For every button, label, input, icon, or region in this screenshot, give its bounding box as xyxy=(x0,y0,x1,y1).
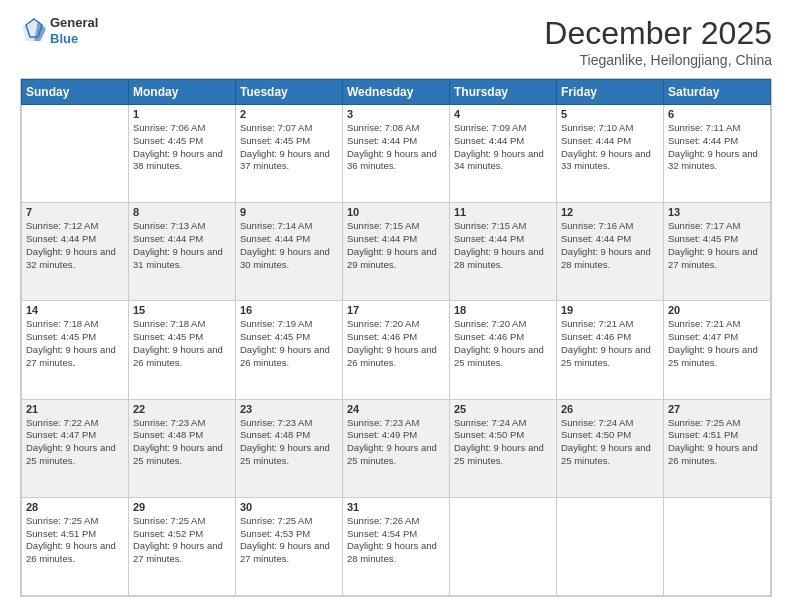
day-number: 4 xyxy=(454,108,552,120)
calendar-cell: 22Sunrise: 7:23 AMSunset: 4:48 PMDayligh… xyxy=(129,399,236,497)
calendar-cell: 2Sunrise: 7:07 AMSunset: 4:45 PMDaylight… xyxy=(236,105,343,203)
day-number: 13 xyxy=(668,206,766,218)
day-number: 8 xyxy=(133,206,231,218)
day-info: Sunrise: 7:10 AMSunset: 4:44 PMDaylight:… xyxy=(561,122,659,173)
day-info: Sunrise: 7:12 AMSunset: 4:44 PMDaylight:… xyxy=(26,220,124,271)
calendar-table: SundayMondayTuesdayWednesdayThursdayFrid… xyxy=(21,79,771,596)
calendar-cell: 16Sunrise: 7:19 AMSunset: 4:45 PMDayligh… xyxy=(236,301,343,399)
day-number: 3 xyxy=(347,108,445,120)
day-number: 12 xyxy=(561,206,659,218)
calendar-cell: 29Sunrise: 7:25 AMSunset: 4:52 PMDayligh… xyxy=(129,497,236,595)
calendar-cell: 12Sunrise: 7:16 AMSunset: 4:44 PMDayligh… xyxy=(557,203,664,301)
day-info: Sunrise: 7:20 AMSunset: 4:46 PMDaylight:… xyxy=(454,318,552,369)
month-title: December 2025 xyxy=(544,15,772,52)
calendar-cell: 10Sunrise: 7:15 AMSunset: 4:44 PMDayligh… xyxy=(343,203,450,301)
calendar-cell: 8Sunrise: 7:13 AMSunset: 4:44 PMDaylight… xyxy=(129,203,236,301)
weekday-header-tuesday: Tuesday xyxy=(236,80,343,105)
calendar-cell: 20Sunrise: 7:21 AMSunset: 4:47 PMDayligh… xyxy=(664,301,771,399)
day-number: 15 xyxy=(133,304,231,316)
calendar-cell: 25Sunrise: 7:24 AMSunset: 4:50 PMDayligh… xyxy=(450,399,557,497)
logo-text: General Blue xyxy=(50,15,98,46)
day-number: 2 xyxy=(240,108,338,120)
day-info: Sunrise: 7:24 AMSunset: 4:50 PMDaylight:… xyxy=(561,417,659,468)
calendar-cell: 14Sunrise: 7:18 AMSunset: 4:45 PMDayligh… xyxy=(22,301,129,399)
day-number: 10 xyxy=(347,206,445,218)
calendar-cell: 26Sunrise: 7:24 AMSunset: 4:50 PMDayligh… xyxy=(557,399,664,497)
calendar-cell: 31Sunrise: 7:26 AMSunset: 4:54 PMDayligh… xyxy=(343,497,450,595)
title-block: December 2025 Tieganlike, Heilongjiang, … xyxy=(544,15,772,68)
calendar-week-3: 14Sunrise: 7:18 AMSunset: 4:45 PMDayligh… xyxy=(22,301,771,399)
day-number: 17 xyxy=(347,304,445,316)
calendar-cell: 13Sunrise: 7:17 AMSunset: 4:45 PMDayligh… xyxy=(664,203,771,301)
day-number: 22 xyxy=(133,403,231,415)
day-info: Sunrise: 7:06 AMSunset: 4:45 PMDaylight:… xyxy=(133,122,231,173)
day-number: 18 xyxy=(454,304,552,316)
calendar-cell: 1Sunrise: 7:06 AMSunset: 4:45 PMDaylight… xyxy=(129,105,236,203)
day-number: 9 xyxy=(240,206,338,218)
calendar-cell xyxy=(557,497,664,595)
day-info: Sunrise: 7:21 AMSunset: 4:46 PMDaylight:… xyxy=(561,318,659,369)
calendar-cell: 4Sunrise: 7:09 AMSunset: 4:44 PMDaylight… xyxy=(450,105,557,203)
day-number: 5 xyxy=(561,108,659,120)
weekday-header-wednesday: Wednesday xyxy=(343,80,450,105)
calendar-cell: 27Sunrise: 7:25 AMSunset: 4:51 PMDayligh… xyxy=(664,399,771,497)
day-info: Sunrise: 7:07 AMSunset: 4:45 PMDaylight:… xyxy=(240,122,338,173)
calendar-cell: 28Sunrise: 7:25 AMSunset: 4:51 PMDayligh… xyxy=(22,497,129,595)
calendar-week-4: 21Sunrise: 7:22 AMSunset: 4:47 PMDayligh… xyxy=(22,399,771,497)
calendar-header: SundayMondayTuesdayWednesdayThursdayFrid… xyxy=(22,80,771,105)
day-info: Sunrise: 7:25 AMSunset: 4:51 PMDaylight:… xyxy=(668,417,766,468)
day-info: Sunrise: 7:22 AMSunset: 4:47 PMDaylight:… xyxy=(26,417,124,468)
day-info: Sunrise: 7:18 AMSunset: 4:45 PMDaylight:… xyxy=(133,318,231,369)
calendar-cell: 23Sunrise: 7:23 AMSunset: 4:48 PMDayligh… xyxy=(236,399,343,497)
calendar-cell xyxy=(22,105,129,203)
day-number: 29 xyxy=(133,501,231,513)
day-info: Sunrise: 7:15 AMSunset: 4:44 PMDaylight:… xyxy=(347,220,445,271)
day-info: Sunrise: 7:16 AMSunset: 4:44 PMDaylight:… xyxy=(561,220,659,271)
calendar-container: SundayMondayTuesdayWednesdayThursdayFrid… xyxy=(20,78,772,597)
weekday-header-sunday: Sunday xyxy=(22,80,129,105)
calendar-cell: 5Sunrise: 7:10 AMSunset: 4:44 PMDaylight… xyxy=(557,105,664,203)
day-info: Sunrise: 7:23 AMSunset: 4:48 PMDaylight:… xyxy=(133,417,231,468)
day-info: Sunrise: 7:23 AMSunset: 4:48 PMDaylight:… xyxy=(240,417,338,468)
day-info: Sunrise: 7:18 AMSunset: 4:45 PMDaylight:… xyxy=(26,318,124,369)
day-number: 27 xyxy=(668,403,766,415)
weekday-header-friday: Friday xyxy=(557,80,664,105)
day-info: Sunrise: 7:25 AMSunset: 4:53 PMDaylight:… xyxy=(240,515,338,566)
day-number: 28 xyxy=(26,501,124,513)
day-info: Sunrise: 7:23 AMSunset: 4:49 PMDaylight:… xyxy=(347,417,445,468)
calendar-cell: 3Sunrise: 7:08 AMSunset: 4:44 PMDaylight… xyxy=(343,105,450,203)
calendar-week-2: 7Sunrise: 7:12 AMSunset: 4:44 PMDaylight… xyxy=(22,203,771,301)
calendar-cell: 6Sunrise: 7:11 AMSunset: 4:44 PMDaylight… xyxy=(664,105,771,203)
day-info: Sunrise: 7:09 AMSunset: 4:44 PMDaylight:… xyxy=(454,122,552,173)
location: Tieganlike, Heilongjiang, China xyxy=(544,52,772,68)
day-number: 16 xyxy=(240,304,338,316)
day-number: 31 xyxy=(347,501,445,513)
day-info: Sunrise: 7:13 AMSunset: 4:44 PMDaylight:… xyxy=(133,220,231,271)
logo: General Blue xyxy=(20,15,98,46)
day-number: 24 xyxy=(347,403,445,415)
day-info: Sunrise: 7:24 AMSunset: 4:50 PMDaylight:… xyxy=(454,417,552,468)
day-number: 20 xyxy=(668,304,766,316)
calendar-cell: 7Sunrise: 7:12 AMSunset: 4:44 PMDaylight… xyxy=(22,203,129,301)
day-number: 1 xyxy=(133,108,231,120)
calendar-cell: 17Sunrise: 7:20 AMSunset: 4:46 PMDayligh… xyxy=(343,301,450,399)
weekday-header-thursday: Thursday xyxy=(450,80,557,105)
calendar-cell: 9Sunrise: 7:14 AMSunset: 4:44 PMDaylight… xyxy=(236,203,343,301)
weekday-header-monday: Monday xyxy=(129,80,236,105)
day-info: Sunrise: 7:08 AMSunset: 4:44 PMDaylight:… xyxy=(347,122,445,173)
calendar-cell: 21Sunrise: 7:22 AMSunset: 4:47 PMDayligh… xyxy=(22,399,129,497)
day-info: Sunrise: 7:11 AMSunset: 4:44 PMDaylight:… xyxy=(668,122,766,173)
day-info: Sunrise: 7:26 AMSunset: 4:54 PMDaylight:… xyxy=(347,515,445,566)
day-number: 21 xyxy=(26,403,124,415)
calendar-cell: 24Sunrise: 7:23 AMSunset: 4:49 PMDayligh… xyxy=(343,399,450,497)
day-info: Sunrise: 7:17 AMSunset: 4:45 PMDaylight:… xyxy=(668,220,766,271)
day-info: Sunrise: 7:21 AMSunset: 4:47 PMDaylight:… xyxy=(668,318,766,369)
calendar-cell: 30Sunrise: 7:25 AMSunset: 4:53 PMDayligh… xyxy=(236,497,343,595)
day-info: Sunrise: 7:19 AMSunset: 4:45 PMDaylight:… xyxy=(240,318,338,369)
day-number: 7 xyxy=(26,206,124,218)
calendar-cell: 11Sunrise: 7:15 AMSunset: 4:44 PMDayligh… xyxy=(450,203,557,301)
day-number: 26 xyxy=(561,403,659,415)
calendar-cell xyxy=(664,497,771,595)
calendar-cell: 19Sunrise: 7:21 AMSunset: 4:46 PMDayligh… xyxy=(557,301,664,399)
logo-icon xyxy=(20,17,48,45)
